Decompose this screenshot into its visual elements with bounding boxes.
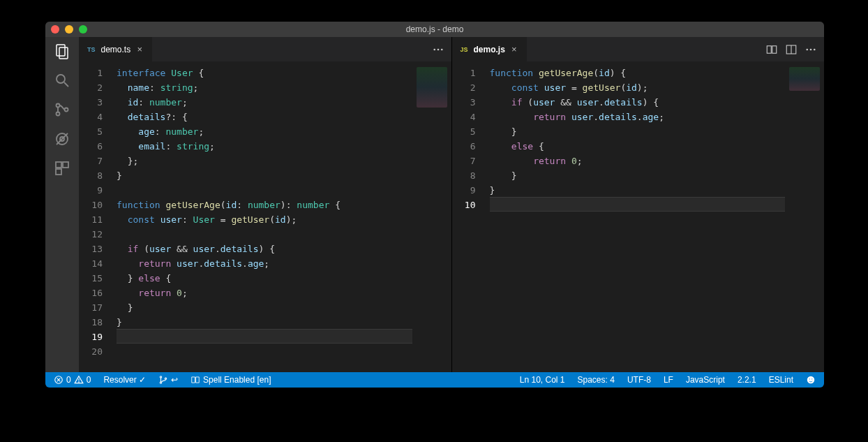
js-file-icon: JS (459, 45, 470, 54)
close-tab-button[interactable]: × (135, 45, 144, 54)
code-line[interactable]: name: string; (117, 80, 412, 95)
minimap-left[interactable] (412, 61, 451, 372)
spell-status[interactable]: Spell Enabled [en] (188, 375, 274, 385)
code-line[interactable]: const user = getUser(id); (490, 80, 786, 95)
cursor-position[interactable]: Ln 10, Col 1 (517, 375, 568, 385)
code-line[interactable]: interface User { (117, 66, 412, 80)
code-line[interactable]: } else { (117, 271, 412, 286)
line-number: 9 (79, 183, 103, 198)
code-area-right[interactable]: 12345678910 function getUserAge(id) { co… (452, 61, 825, 372)
code-line[interactable]: }; (117, 154, 412, 168)
tab-label: demo.ts (101, 45, 131, 54)
line-number: 1 (79, 66, 103, 80)
code-left[interactable]: interface User { name: string; id: numbe… (110, 61, 412, 372)
line-number: 4 (79, 110, 103, 124)
code-line[interactable]: } (490, 183, 786, 198)
title-bar: demo.js - demo (45, 22, 824, 37)
line-number: 20 (79, 344, 103, 359)
code-line[interactable]: } (117, 300, 412, 315)
code-line[interactable]: if (user && user.details) { (490, 95, 786, 110)
svg-rect-16 (767, 45, 771, 53)
problems-status[interactable]: 0 0 (51, 375, 93, 385)
line-number: 9 (452, 183, 476, 198)
language-mode[interactable]: JavaScript (683, 375, 728, 385)
eslint-status[interactable]: ESLint (766, 375, 796, 385)
code-area-left[interactable]: 1234567891011121314151617181920 interfac… (79, 61, 451, 372)
code-line[interactable] (117, 227, 412, 242)
editor-groups: TS demo.ts × 123456789101112131415161718… (79, 37, 824, 372)
code-line[interactable] (117, 183, 412, 198)
line-number: 7 (79, 154, 103, 168)
code-line[interactable]: return user.details.age; (490, 110, 786, 124)
git-branch-status[interactable]: ↩ (156, 375, 181, 385)
line-number: 11 (79, 212, 103, 227)
code-line[interactable]: return user.details.age; (117, 256, 412, 271)
code-right[interactable]: function getUserAge(id) { const user = g… (483, 61, 786, 372)
compare-changes-icon[interactable] (765, 43, 778, 56)
line-number: 1 (452, 66, 476, 80)
line-number: 18 (79, 315, 103, 330)
code-line[interactable]: } (117, 168, 412, 183)
warnings-count: 0 (87, 375, 91, 385)
more-actions-icon[interactable] (805, 43, 817, 56)
gutter-right: 12345678910 (452, 61, 483, 372)
tab-demo-js[interactable]: JS demo.js × (452, 37, 527, 61)
feedback-button[interactable] (803, 375, 818, 385)
close-tab-button[interactable]: × (509, 45, 519, 54)
source-control-icon[interactable] (54, 101, 70, 118)
workbench-body: TS demo.ts × 123456789101112131415161718… (45, 37, 824, 372)
code-line[interactable]: return 0; (490, 154, 786, 168)
indentation-status[interactable]: Spaces: 4 (575, 375, 618, 385)
split-editor-icon[interactable] (785, 43, 798, 56)
code-line[interactable]: else { (490, 139, 786, 154)
svg-point-4 (57, 104, 60, 108)
branch-arrow-icon: ↩ (171, 375, 178, 385)
search-icon[interactable] (54, 72, 70, 89)
version-status[interactable]: 2.2.1 (735, 375, 759, 385)
code-line[interactable]: if (user && user.details) { (117, 242, 412, 256)
svg-point-32 (809, 378, 810, 379)
code-line[interactable]: function getUserAge(id: number): number … (117, 198, 412, 212)
code-line[interactable]: } (490, 124, 786, 139)
svg-rect-0 (57, 45, 65, 56)
code-line[interactable]: function getUserAge(id) { (490, 66, 786, 80)
explorer-icon[interactable] (54, 43, 70, 59)
code-line[interactable] (490, 197, 786, 212)
code-line[interactable]: id: number; (117, 95, 412, 110)
line-number: 8 (79, 168, 103, 183)
tab-actions-left (425, 37, 451, 61)
resolver-status[interactable]: Resolver ✓ (100, 375, 149, 385)
tab-actions-right (758, 37, 824, 61)
code-line[interactable]: age: number; (117, 124, 412, 139)
tab-bar-right: JS demo.js × (452, 37, 825, 61)
line-number: 15 (79, 271, 103, 286)
git-branch-icon (158, 375, 168, 385)
code-line[interactable]: } (117, 315, 412, 330)
code-line[interactable] (117, 329, 412, 344)
line-number: 10 (452, 198, 476, 212)
extensions-icon[interactable] (54, 160, 70, 177)
line-number: 5 (79, 124, 103, 139)
tab-demo-ts[interactable]: TS demo.ts × (79, 37, 152, 61)
svg-rect-10 (56, 162, 61, 168)
more-actions-icon[interactable] (432, 43, 444, 56)
eol-status[interactable]: LF (661, 375, 676, 385)
editor-group-left: TS demo.ts × 123456789101112131415161718… (79, 37, 452, 372)
minimap-right[interactable] (785, 61, 824, 372)
code-line[interactable]: } (490, 168, 786, 183)
debug-icon[interactable] (54, 131, 70, 147)
encoding-status[interactable]: UTF-8 (624, 375, 654, 385)
code-line[interactable]: details?: { (117, 110, 412, 124)
editor-group-right: JS demo.js × 12345678910 function getUse… (452, 37, 825, 372)
code-line[interactable] (117, 343, 412, 358)
line-number: 3 (452, 95, 476, 110)
errors-count: 0 (66, 375, 71, 385)
line-number: 2 (79, 80, 103, 95)
line-number: 5 (452, 124, 476, 139)
code-line[interactable]: const user: User = getUser(id); (117, 212, 412, 227)
line-number: 16 (79, 286, 103, 300)
svg-rect-12 (56, 169, 61, 175)
code-line[interactable]: return 0; (117, 286, 412, 300)
svg-point-28 (160, 376, 161, 378)
code-line[interactable]: email: string; (117, 139, 412, 154)
